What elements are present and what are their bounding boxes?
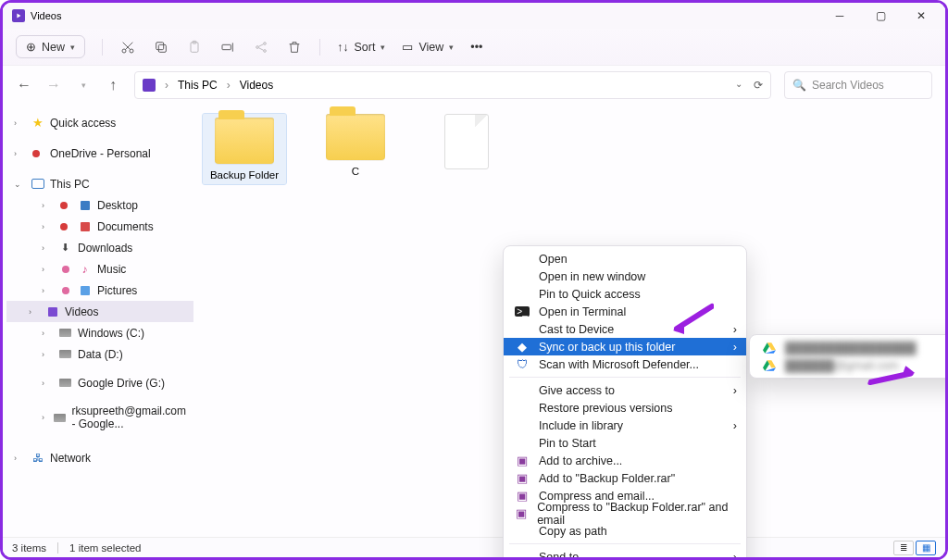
view-icon: ▭ <box>402 40 413 54</box>
address-dropdown-icon[interactable]: ⌄ <box>735 79 742 92</box>
context-copy-as-path[interactable]: Copy as path <box>504 522 746 540</box>
sidebar-item-label: Windows (C:) <box>78 327 144 340</box>
view-button[interactable]: ▭ View ▾ <box>402 40 454 54</box>
sidebar-downloads[interactable]: ›⬇Downloads <box>6 237 193 258</box>
sidebar-item-label: Google Drive (G:) <box>78 377 165 390</box>
file-item-document[interactable] <box>425 114 508 184</box>
cut-icon[interactable] <box>119 39 136 56</box>
delete-icon[interactable] <box>286 39 303 56</box>
sort-button[interactable]: ↑↓ Sort ▾ <box>337 41 385 54</box>
search-box[interactable]: 🔍 Search Videos <box>784 71 932 99</box>
sidebar-item-label: OneDrive - Personal <box>50 147 151 160</box>
sidebar-pictures[interactable]: ›Pictures <box>6 280 193 301</box>
sidebar-desktop[interactable]: ›Desktop <box>6 194 193 216</box>
breadcrumb-leaf[interactable]: Videos <box>240 79 273 92</box>
rar-icon: ▣ <box>515 489 530 503</box>
titlebar: Videos ─ ▢ ✕ <box>3 3 945 29</box>
view-details-toggle[interactable]: ≣ <box>893 541 914 555</box>
cm-label: Add to archive... <box>539 454 622 467</box>
sidebar-windows-c[interactable]: ›Windows (C:) <box>6 322 193 343</box>
rename-icon[interactable] <box>219 39 236 56</box>
sidebar-item-label: Documents <box>97 220 154 233</box>
sidebar-item-label: rksupreeth@gmail.com - Google... <box>71 404 186 430</box>
sidebar-item-label: Videos <box>65 305 98 318</box>
sidebar-gmail-drive[interactable]: ›rksupreeth@gmail.com - Google... <box>6 401 193 434</box>
breadcrumb-sep <box>225 79 232 92</box>
sidebar-item-label: Data (D:) <box>78 348 123 361</box>
refresh-icon[interactable]: ⟳ <box>754 79 763 92</box>
breadcrumb-root[interactable]: This PC <box>178 79 218 92</box>
back-button[interactable]: ← <box>16 77 32 93</box>
context-sync-backup[interactable]: ◆Sync or back up this folder <box>504 338 746 355</box>
paste-icon[interactable] <box>186 39 203 56</box>
status-separator <box>57 542 58 554</box>
view-large-icons-toggle[interactable]: ▦ <box>916 541 936 555</box>
context-pin-start[interactable]: Pin to Start <box>504 434 746 452</box>
copy-icon[interactable] <box>153 39 169 56</box>
svg-point-9 <box>264 49 267 52</box>
more-button[interactable]: ••• <box>470 41 482 54</box>
content-pane[interactable]: Backup Folder C Open Open in new window … <box>197 105 945 537</box>
sidebar-onedrive[interactable]: ›OneDrive - Personal <box>6 143 193 164</box>
status-item-count: 3 items <box>12 542 46 554</box>
search-placeholder: Search Videos <box>812 79 884 92</box>
rar-icon: ▣ <box>515 506 528 520</box>
cm-label: Pin to Quick access <box>539 288 641 301</box>
account-label: ████████████████ <box>785 342 917 355</box>
up-button[interactable]: ↑ <box>105 77 121 93</box>
statusbar: 3 items 1 item selected ≣ ▦ <box>3 537 945 557</box>
svg-marker-17 <box>901 366 916 381</box>
close-button[interactable]: ✕ <box>901 3 942 29</box>
shield-icon: 🛡 <box>515 358 530 371</box>
sidebar-videos[interactable]: ›Videos <box>6 301 193 322</box>
svg-rect-6 <box>222 44 231 49</box>
context-compress-rar-email[interactable]: ▣Compress to "Backup Folder.rar" and ema… <box>504 504 746 522</box>
maximize-button[interactable]: ▢ <box>860 3 901 29</box>
rar-icon: ▣ <box>515 454 530 467</box>
sidebar-item-label: Quick access <box>50 117 116 130</box>
sidebar-this-pc[interactable]: ⌄This PC <box>6 173 193 194</box>
cm-label: Open in Terminal <box>539 305 626 318</box>
forward-button[interactable]: → <box>45 77 62 93</box>
context-defender[interactable]: 🛡Scan with Microsoft Defender... <box>504 355 746 373</box>
rar-icon: ▣ <box>515 471 530 485</box>
recent-dropdown[interactable]: ▾ <box>75 77 92 93</box>
google-drive-icon <box>763 360 776 371</box>
location-icon <box>143 79 156 92</box>
sync-account-2[interactable]: ██████@gmail.com <box>750 356 948 374</box>
folder-icon <box>326 114 385 160</box>
sidebar-data-d[interactable]: ›Data (D:) <box>6 343 193 365</box>
sidebar-item-label: Downloads <box>78 242 132 255</box>
sidebar-network[interactable]: ›🖧Network <box>6 447 193 468</box>
sync-account-1[interactable]: ████████████████ <box>750 339 948 356</box>
menu-separator <box>509 543 741 544</box>
sidebar-quick-access[interactable]: ›★Quick access <box>6 112 193 133</box>
context-add-to-rar[interactable]: ▣Add to "Backup Folder.rar" <box>504 469 746 487</box>
terminal-icon: >_ <box>515 306 530 317</box>
cm-label: Sync or back up this folder <box>539 341 675 354</box>
minimize-button[interactable]: ─ <box>819 3 860 29</box>
context-open[interactable]: Open <box>504 250 746 268</box>
context-menu: Open Open in new window Pin to Quick acc… <box>503 245 747 560</box>
context-open-new-window[interactable]: Open in new window <box>504 268 746 285</box>
file-item-backup-folder[interactable]: Backup Folder <box>203 114 286 184</box>
sidebar-google-drive-g[interactable]: ›Google Drive (G:) <box>6 372 193 393</box>
cm-label: Give access to <box>539 384 615 397</box>
context-add-archive[interactable]: ▣Add to archive... <box>504 452 746 469</box>
search-icon: 🔍 <box>792 79 806 92</box>
share-icon[interactable] <box>253 39 269 56</box>
menu-separator <box>509 377 741 378</box>
context-pin-quick[interactable]: Pin to Quick access <box>504 285 746 303</box>
context-give-access[interactable]: Give access to <box>504 381 746 399</box>
sidebar-music[interactable]: ›♪Music <box>6 258 193 280</box>
context-restore-previous[interactable]: Restore previous versions <box>504 399 746 417</box>
sidebar-documents[interactable]: ›Documents <box>6 216 193 237</box>
sidebar-item-label: Pictures <box>97 284 137 297</box>
new-button[interactable]: ⊕ New ▾ <box>16 35 85 58</box>
context-send-to[interactable]: Send to <box>504 548 746 560</box>
context-include-library[interactable]: Include in library <box>504 417 746 434</box>
annotation-arrow <box>671 303 714 334</box>
address-bar[interactable]: This PC Videos ⌄ ⟳ <box>134 71 771 99</box>
file-item-captures[interactable]: C <box>314 114 397 184</box>
app-icon <box>12 9 25 22</box>
